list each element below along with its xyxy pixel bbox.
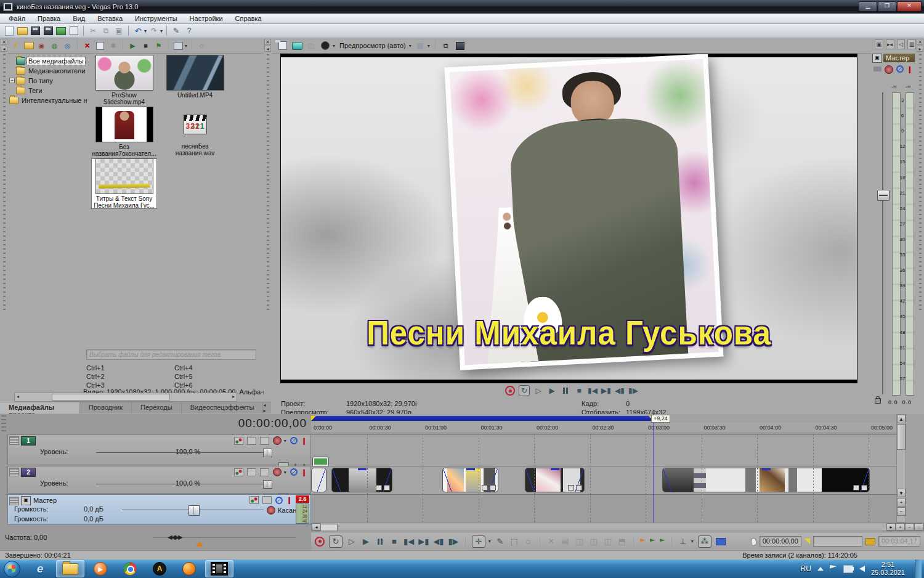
volume-value-2[interactable]: 0,0 дБ (84, 515, 103, 523)
redo-dropdown-icon[interactable]: ▾ (160, 28, 163, 34)
selection-end-field[interactable]: 00:03:04,17 (878, 536, 920, 547)
copy-snapshot-icon[interactable]: ⧉ (440, 41, 452, 51)
stop-preview-icon[interactable]: ■ (140, 41, 151, 51)
edit-tool-icon[interactable]: ✛ (472, 535, 485, 548)
dock-grip-preview[interactable]: ✕ ◂ (264, 38, 272, 414)
selection-tool-icon[interactable]: ⬚ (509, 536, 519, 547)
solo-icon[interactable]: ❙ (907, 65, 912, 74)
zoom-in-time-icon[interactable]: + (896, 523, 905, 531)
media-item-3[interactable]: 321песняБез названия.wav (163, 107, 227, 157)
paste-insert-icon[interactable]: ◫ (589, 536, 599, 547)
solo-icon[interactable]: ❙ (286, 496, 292, 504)
dock-grip-right[interactable]: ✕ ▸ (916, 38, 924, 414)
marker-bar[interactable] (311, 414, 896, 423)
automation-dropdown-icon[interactable]: ▾ (284, 438, 286, 444)
tab-scroll-arrows[interactable]: ◂ ▸ (263, 402, 271, 413)
timeline-horizontal-scrollbar[interactable]: ◂ ▸ + − ◌ (311, 523, 924, 531)
volume-slider-handle[interactable] (188, 505, 200, 516)
scroll-down-icon[interactable]: ▼ (897, 489, 906, 497)
title-bar[interactable]: киноБез названия.veg - Vegas Pro 13.0 ▁ … (0, 0, 924, 14)
master-bus-lane[interactable] (311, 494, 896, 523)
media-item-1[interactable]: Untitled.MP4 (163, 55, 227, 105)
volume-value[interactable]: 0,0 дБ (84, 505, 103, 513)
automation-icon[interactable] (885, 65, 893, 74)
peak-badge[interactable]: 2.6 (296, 495, 309, 503)
taskbar-media-player[interactable]: ▶ (87, 561, 114, 577)
previous-frame-icon[interactable]: ◀▮ (433, 536, 444, 547)
zoom-in-track-icon[interactable]: + (897, 498, 906, 507)
timecode-display[interactable]: 00:00:00,00 (238, 417, 307, 430)
play-icon[interactable]: ▶ (361, 536, 371, 547)
selection-start-field[interactable] (813, 536, 862, 547)
tree-item-2[interactable]: +По типу (9, 76, 87, 85)
menu-item-2[interactable]: Вид (67, 14, 91, 23)
menu-item-4[interactable]: Инструменты (129, 14, 184, 23)
scroll-up-icon[interactable]: ▲ (897, 415, 906, 423)
automation-dropdown-icon[interactable]: ▾ (284, 470, 286, 475)
tray-expand-icon[interactable] (817, 567, 824, 571)
level-value[interactable]: 100,0 % (176, 448, 200, 455)
post-edit-ripple-icon[interactable]: ◫ (603, 536, 613, 547)
taskbar-aimp[interactable]: A (146, 561, 173, 577)
timeline-grip[interactable] (1, 415, 6, 433)
taskbar-internet-explorer[interactable]: e (26, 561, 54, 577)
snap-enable-icon[interactable]: ⊥ (678, 536, 688, 547)
cut-icon[interactable]: ✂ (87, 26, 99, 36)
ignore-grouping-icon[interactable] (716, 536, 726, 547)
level-slider[interactable] (96, 452, 264, 453)
timeline-event[interactable] (311, 468, 326, 492)
go-to-end-icon[interactable]: ▶▮ (601, 386, 611, 396)
tag-edit-field[interactable]: Выбрать файлы для редактирования тегов (86, 349, 256, 360)
zoom-tool-icon[interactable]: ◌ (914, 523, 923, 531)
interaction-tool-icon[interactable]: ✎ (171, 26, 182, 36)
taskbar-firefox[interactable] (176, 561, 203, 577)
level-slider-handle[interactable] (263, 480, 272, 489)
edit-tool-dropdown-icon[interactable]: ▾ (488, 539, 491, 544)
track-number-badge[interactable]: 2 (21, 468, 36, 477)
scroll-left-icon[interactable]: ◂ (17, 393, 19, 400)
media-properties-icon[interactable] (95, 41, 105, 51)
menu-item-5[interactable]: Настройки (184, 14, 229, 23)
scrollbar-thumb[interactable] (897, 424, 906, 450)
auto-ripple-icon[interactable]: ⁂ (698, 535, 711, 548)
track-motion-icon[interactable] (247, 468, 256, 476)
scrollbar-thumb[interactable] (320, 524, 338, 531)
preview-quality-label[interactable]: Предпросмотр (авто) (339, 42, 406, 49)
rate-marker-icon[interactable] (196, 541, 203, 547)
close-button[interactable]: ✕ (897, 1, 922, 12)
previous-frame-icon[interactable]: ◀▮ (615, 386, 625, 396)
capture-media-icon[interactable]: ◉ (36, 41, 47, 51)
zoom-tool-icon[interactable]: ◌ (524, 536, 533, 547)
menu-item-0[interactable]: Файл (2, 14, 31, 23)
record-icon[interactable] (315, 536, 325, 547)
dim-output-icon[interactable]: ◁ (897, 39, 906, 49)
insert-fx-icon[interactable] (262, 496, 272, 504)
action-center-icon[interactable] (830, 565, 837, 572)
scrollbar-thumb[interactable] (52, 394, 170, 401)
automation-settings-icon[interactable] (273, 468, 282, 476)
track-minimize-icon[interactable] (9, 436, 19, 445)
bus-icon[interactable]: ▣ (872, 54, 882, 63)
track-motion-icon[interactable] (247, 437, 256, 445)
overlays-grid-icon[interactable]: ▦ (415, 41, 426, 51)
bypass-fx-icon[interactable] (260, 437, 269, 445)
tree-item-0[interactable]: Все медиафайлы (9, 56, 87, 65)
bus-properties-icon[interactable]: ▣ (875, 39, 883, 49)
undo-dropdown-icon[interactable]: ▾ (144, 28, 147, 34)
split-screen-icon[interactable]: ◫ (306, 41, 317, 51)
close-panel-icon[interactable]: ✕ (264, 39, 271, 45)
snap-dropdown-icon[interactable]: ▾ (691, 539, 694, 544)
bus-icon[interactable]: ▣ (21, 496, 31, 505)
mute-icon[interactable] (290, 437, 298, 444)
taskbar-vegas-pro[interactable] (205, 560, 233, 577)
undo-icon[interactable]: ↶ (132, 26, 144, 36)
timeline-event[interactable] (331, 468, 392, 492)
collapse-panel-icon[interactable]: ◂ (264, 46, 271, 52)
track-number-badge[interactable]: 1 (21, 436, 36, 446)
tab-1[interactable]: Проводник (80, 402, 132, 413)
volume-icon[interactable] (859, 566, 865, 572)
taskbar-explorer[interactable] (56, 560, 84, 577)
open-icon[interactable] (17, 26, 28, 36)
lock-icon[interactable] (875, 398, 881, 404)
cursor-position-field[interactable]: 00:00:00,00 (760, 536, 801, 547)
